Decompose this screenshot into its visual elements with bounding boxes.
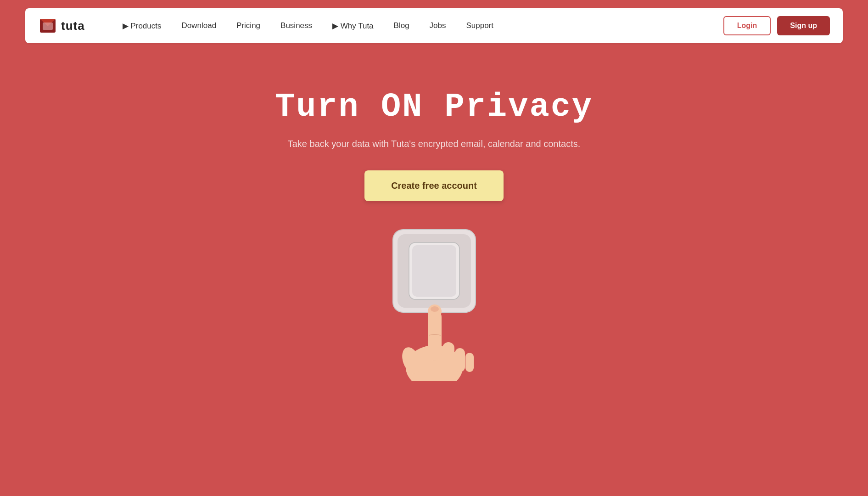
login-button[interactable]: Login xyxy=(723,16,771,35)
nav-download[interactable]: Download xyxy=(171,21,226,30)
nav-why-tuta[interactable]: ▶ Why Tuta xyxy=(322,21,384,31)
svg-rect-13 xyxy=(455,348,465,372)
light-switch-illustration xyxy=(375,225,494,381)
hero-section: Turn ON Privacy Take back your data with… xyxy=(0,51,868,381)
logo-text: tuta xyxy=(61,19,85,33)
svg-rect-14 xyxy=(465,353,474,372)
nav-business[interactable]: Business xyxy=(270,21,322,30)
signup-button[interactable]: Sign up xyxy=(777,16,830,35)
svg-point-11 xyxy=(431,306,439,312)
hero-title: Turn ON Privacy xyxy=(275,88,593,126)
logo-icon xyxy=(38,16,57,35)
nav-support[interactable]: Support xyxy=(456,21,504,30)
svg-rect-2 xyxy=(43,23,53,30)
create-account-button[interactable]: Create free account xyxy=(364,170,504,201)
nav-blog[interactable]: Blog xyxy=(384,21,420,30)
logo-link[interactable]: tuta xyxy=(38,16,85,35)
hero-illustration xyxy=(0,225,868,381)
svg-rect-6 xyxy=(412,245,456,297)
nav-jobs[interactable]: Jobs xyxy=(420,21,456,30)
nav-links: ▶ Products Download Pricing Business ▶ W… xyxy=(112,21,723,31)
hero-subtitle: Take back your data with Tuta's encrypte… xyxy=(288,139,581,149)
svg-rect-12 xyxy=(442,342,454,372)
nav-actions: Login Sign up xyxy=(723,16,830,35)
nav-pricing[interactable]: Pricing xyxy=(226,21,270,30)
nav-products[interactable]: ▶ Products xyxy=(112,21,172,31)
navbar: tuta ▶ Products Download Pricing Busines… xyxy=(25,8,843,43)
